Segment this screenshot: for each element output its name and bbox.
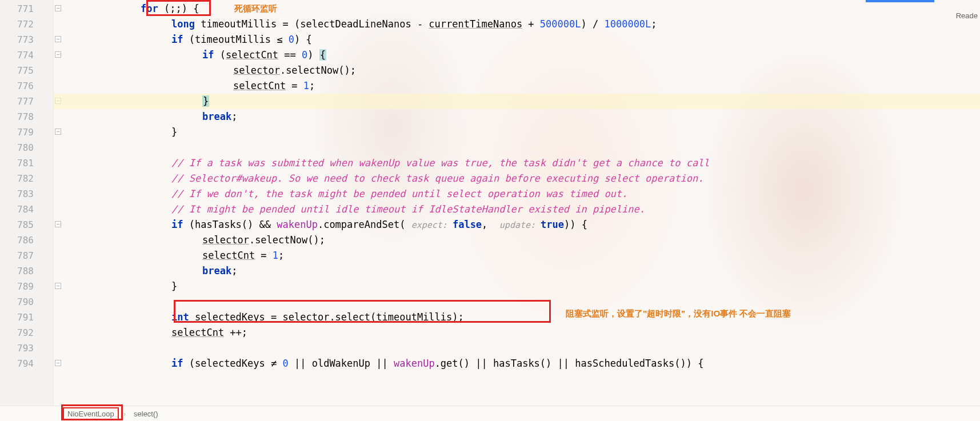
code-line[interactable]: break; (54, 109, 980, 125)
code-line[interactable]: // Selector#wakeup. So we need to check … (54, 171, 980, 186)
gutter[interactable]: 7717727737747757767777787797807817827837… (0, 0, 54, 406)
code-line[interactable]: int selectedKeys = selector.select(timeo… (54, 310, 980, 325)
code-line[interactable]: if (hasTasks() && wakenUp.compareAndSet(… (54, 217, 980, 232)
line-number[interactable]: 787 (0, 248, 53, 263)
line-number[interactable]: 791 (0, 310, 53, 325)
line-number[interactable]: 789 (0, 279, 53, 294)
caret: } (202, 95, 209, 107)
code-area[interactable]: for (;;) { long timeoutMillis = (selectD… (54, 0, 980, 406)
code-line[interactable]: selector.selectNow(); (54, 63, 980, 78)
breadcrumb-class[interactable]: NioEventLoop (63, 407, 119, 420)
line-number[interactable]: 784 (0, 202, 53, 217)
code-line[interactable]: selectCnt ++; (54, 325, 980, 340)
code-line[interactable]: long timeoutMillis = (selectDeadLineNano… (54, 17, 980, 32)
line-number[interactable]: 794 (0, 356, 53, 371)
line-number[interactable]: 778 (0, 109, 53, 125)
code-line[interactable] (54, 140, 980, 155)
code-line[interactable]: // If a task was submitted when wakenUp … (54, 155, 980, 171)
line-number[interactable]: 793 (0, 340, 53, 356)
code-line[interactable]: if (selectedKeys ≠ 0 || oldWakenUp || wa… (54, 356, 980, 371)
line-number[interactable]: 792 (0, 325, 53, 340)
line-number[interactable]: 783 (0, 186, 53, 202)
code-line[interactable]: if (selectCnt == 0) { (54, 47, 980, 63)
breadcrumb-method[interactable]: select() (130, 408, 162, 419)
keyword-for: for (141, 3, 158, 14)
code-line[interactable] (54, 340, 980, 356)
code-line[interactable]: if (timeoutMillis ≤ 0) { (54, 32, 980, 47)
line-number[interactable]: 773 (0, 32, 53, 47)
line-number[interactable]: 772 (0, 17, 53, 32)
code-line[interactable]: break; (54, 263, 980, 279)
line-number[interactable]: 771 (0, 1, 53, 17)
annotation-block: 阻塞式监听，设置了"超时时限"，没有IO事件 不会一直阻塞 (566, 308, 791, 319)
line-number[interactable]: 775 (0, 63, 53, 78)
line-number[interactable]: 788 (0, 263, 53, 279)
line-number[interactable]: 790 (0, 294, 53, 310)
breadcrumb-separator: › (123, 410, 126, 418)
line-number[interactable]: 785 (0, 217, 53, 232)
code-line[interactable]: } (54, 125, 980, 140)
code-line[interactable]: selector.selectNow(); (54, 232, 980, 248)
line-number[interactable]: 781 (0, 155, 53, 171)
line-number[interactable]: 780 (0, 140, 53, 155)
line-number[interactable]: 782 (0, 171, 53, 186)
code-editor[interactable]: 7717727737747757767777787797807817827837… (0, 0, 980, 406)
code-line[interactable]: } (54, 279, 980, 294)
breadcrumb[interactable]: NioEventLoop › select() (0, 406, 980, 421)
line-number[interactable]: 779 (0, 125, 53, 140)
line-number[interactable]: 777 (0, 94, 53, 109)
code-line-current[interactable]: } (54, 94, 980, 109)
line-number[interactable]: 776 (0, 78, 53, 94)
code-line[interactable]: selectCnt = 1; (54, 78, 980, 94)
line-number[interactable]: 786 (0, 232, 53, 248)
code-line[interactable]: for (;;) { (54, 1, 980, 17)
code-line[interactable] (54, 294, 980, 310)
code-line[interactable]: // It might be pended until idle timeout… (54, 202, 980, 217)
annotation-loop: 死循环监听 (234, 3, 277, 14)
line-number[interactable]: 774 (0, 47, 53, 63)
code-line[interactable]: // If we don't, the task might be pended… (54, 186, 980, 202)
code-line[interactable]: selectCnt = 1; (54, 248, 980, 263)
